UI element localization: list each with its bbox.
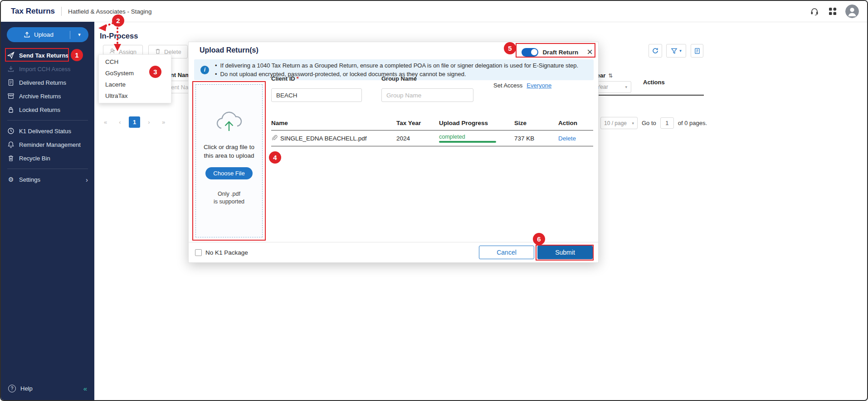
column-header-upload-progress: Upload Progress: [439, 120, 514, 126]
required-asterisk: *: [297, 75, 299, 82]
lock-icon: [7, 106, 15, 113]
no-k1-package-control: No K1 Package: [195, 242, 248, 262]
upload-caret-icon[interactable]: ▾: [70, 32, 88, 38]
close-icon[interactable]: ×: [587, 47, 593, 57]
dropzone-text: Click or drag file to this area to uploa…: [201, 143, 257, 160]
total-pages-label: of 0 pages.: [678, 120, 707, 126]
toggle-knob: [531, 49, 537, 55]
draft-return-control: Draft Return ×: [522, 47, 593, 57]
sidebar-item-delivered-returns[interactable]: Delivered Returns: [1, 76, 94, 89]
export-button[interactable]: [691, 44, 703, 58]
table-header-row: Name Tax Year Upload Progress Size Actio…: [271, 116, 593, 130]
bullet: •: [215, 61, 217, 70]
first-page-button[interactable]: «: [100, 116, 111, 128]
file-size-cell: 737 KB: [514, 135, 558, 142]
tax-year-cell: 2024: [396, 135, 439, 142]
apps-grid-icon[interactable]: [827, 6, 838, 17]
sidebar: Upload ▾ Send Tax Returns Import CCH Axc…: [1, 22, 94, 400]
menu-item-ultratax[interactable]: UltraTax: [99, 90, 171, 101]
upload-progress-cell: completed: [439, 134, 514, 143]
column-header-name: Name: [271, 120, 396, 126]
group-name-input[interactable]: [381, 88, 473, 102]
column-header-tax-year: Tax Year: [396, 120, 439, 126]
sidebar-nav: Send Tax Returns Import CCH Axcess Deliv…: [1, 48, 94, 186]
set-access-everyone-link[interactable]: Everyone: [527, 82, 551, 89]
refresh-button[interactable]: [649, 44, 662, 58]
sidebar-item-label: Locked Returns: [19, 106, 60, 113]
sidebar-item-label: Recycle Bin: [19, 155, 50, 162]
sidebar-item-recycle-bin[interactable]: Recycle Bin: [1, 151, 94, 165]
header-left: Tax Returns Hatfield & Associates - Stag…: [1, 7, 152, 16]
page-size-select[interactable]: 10 / page ▾: [600, 117, 638, 129]
sidebar-item-label: Settings: [19, 176, 40, 183]
file-name-cell: SINGLE_EDNA BEACHELL.pdf: [271, 135, 396, 142]
trash-icon: [7, 155, 15, 162]
goto-page-input[interactable]: [660, 117, 674, 129]
sidebar-item-k1-delivered-status[interactable]: K1 Delivered Status: [1, 124, 94, 138]
goto-label: Go to: [642, 120, 656, 126]
upload-files-table: Name Tax Year Upload Progress Size Actio…: [271, 116, 593, 146]
delete-file-link[interactable]: Delete: [558, 135, 593, 142]
sidebar-collapse-icon[interactable]: «: [83, 385, 87, 392]
chevron-down-icon: ▾: [625, 85, 627, 89]
header-right: [809, 5, 867, 18]
column-header-action: Action: [558, 120, 593, 126]
gear-icon: ⚙: [7, 176, 15, 183]
chevron-down-icon: ▾: [632, 121, 634, 126]
sidebar-item-label: Reminder Management: [19, 141, 81, 148]
app-header: Tax Returns Hatfield & Associates - Stag…: [1, 1, 867, 22]
hint-line: is supported: [214, 198, 244, 206]
archive-box-icon: [7, 92, 15, 100]
page-size-value: 10 / page: [604, 120, 627, 126]
help-button[interactable]: ? Help «: [1, 381, 94, 396]
sidebar-divider: [7, 120, 88, 121]
draft-return-label: Draft Return: [542, 49, 578, 56]
sort-icon[interactable]: ⇅: [608, 72, 613, 79]
sidebar-item-import-cch-axcess: Import CCH Axcess: [1, 62, 94, 76]
cancel-button[interactable]: Cancel: [479, 246, 534, 259]
file-dropzone[interactable]: Click or drag file to this area to uploa…: [192, 81, 266, 241]
client-id-input[interactable]: [271, 88, 362, 102]
sidebar-item-reminder-management[interactable]: Reminder Management: [1, 138, 94, 151]
column-header-size: Size: [514, 120, 558, 126]
upload-returns-modal: Upload Return(s) Draft Return × i • If d…: [188, 42, 599, 263]
last-page-button[interactable]: »: [158, 116, 169, 128]
client-id-label-text: Client ID: [271, 75, 295, 82]
menu-item-lacerte[interactable]: Lacerte: [99, 79, 171, 90]
current-page-button[interactable]: 1: [129, 116, 140, 128]
no-k1-package-checkbox[interactable]: [195, 249, 202, 256]
file-name: SINGLE_EDNA BEACHELL.pdf: [280, 135, 367, 142]
bell-icon: [7, 141, 15, 148]
sidebar-item-locked-returns[interactable]: Locked Returns: [1, 103, 94, 116]
modal-footer: No K1 Package Cancel Submit: [189, 242, 598, 262]
upload-button[interactable]: Upload ▾: [7, 27, 88, 42]
sidebar-item-send-tax-returns[interactable]: Send Tax Returns: [1, 48, 94, 62]
progress-bar: [439, 141, 496, 143]
next-page-button[interactable]: ›: [143, 116, 155, 128]
progress-status: completed: [439, 134, 514, 140]
menu-item-cch[interactable]: CCH: [99, 56, 171, 68]
submit-button[interactable]: Submit: [537, 246, 593, 259]
dropzone-inner[interactable]: Click or drag file to this area to uploa…: [195, 84, 263, 237]
draft-return-toggle[interactable]: [522, 48, 538, 57]
sidebar-item-label: K1 Delivered Status: [19, 128, 71, 135]
bullet: •: [215, 70, 217, 78]
table-row: SINGLE_EDNA BEACHELL.pdf 2024 completed …: [271, 130, 593, 146]
info-line-text: If delivering a 1040 Tax Return as a Gro…: [220, 61, 579, 70]
prev-page-button[interactable]: ‹: [114, 116, 126, 128]
app-title: Tax Returns: [11, 7, 55, 16]
sidebar-item-archive-returns[interactable]: Archive Returns: [1, 89, 94, 103]
help-label: Help: [20, 385, 33, 392]
cloud-upload-icon: [215, 111, 244, 135]
help-icon: ?: [8, 385, 16, 392]
chevron-right-icon: ›: [86, 176, 88, 184]
sidebar-item-settings[interactable]: ⚙ Settings ›: [1, 173, 94, 186]
choose-file-button[interactable]: Choose File: [205, 167, 252, 179]
sidebar-item-label: Send Tax Returns: [19, 52, 69, 59]
filter-button[interactable]: ▾: [666, 44, 686, 58]
info-line: • If delivering a 1040 Tax Return as a G…: [215, 61, 578, 70]
menu-item-gosystem[interactable]: GoSystem: [99, 68, 171, 79]
user-avatar[interactable]: [845, 5, 859, 18]
upload-button-main[interactable]: Upload: [7, 31, 70, 39]
support-headset-icon[interactable]: [809, 6, 820, 17]
